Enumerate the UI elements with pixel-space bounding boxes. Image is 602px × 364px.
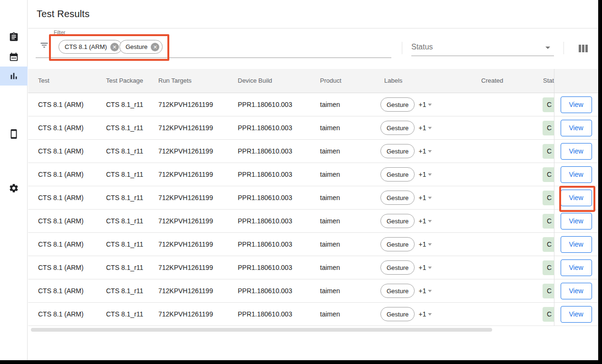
- cell-labels: Gesture +1: [380, 303, 432, 326]
- view-button[interactable]: View: [561, 306, 592, 323]
- table-row: CTS 8.1 (ARM) CTS 8.1_r11 712KPVH1261199…: [28, 256, 598, 279]
- close-icon[interactable]: ✕: [151, 43, 159, 51]
- caret-down-icon: [428, 173, 432, 176]
- sidebar-item-devices[interactable]: [0, 125, 28, 144]
- labels-more-count: +1: [418, 310, 426, 318]
- caret-down-icon: [428, 127, 432, 129]
- view-button[interactable]: View: [561, 120, 592, 136]
- cell-test: CTS 8.1 (ARM): [38, 210, 84, 232]
- labels-more-dropdown[interactable]: +1: [418, 264, 432, 271]
- labels-more-dropdown[interactable]: +1: [418, 101, 432, 108]
- cell-product: taimen: [320, 279, 340, 302]
- cell-device-build: PPR1.180610.003: [238, 163, 292, 186]
- column-header-test: Test: [38, 69, 49, 93]
- view-button[interactable]: View: [561, 259, 592, 276]
- labels-more-dropdown[interactable]: +1: [418, 287, 432, 295]
- columns-icon: [582, 45, 584, 52]
- cell-labels: Gesture +1: [380, 93, 432, 116]
- view-button[interactable]: View: [561, 190, 592, 206]
- view-button[interactable]: View: [561, 213, 592, 230]
- label-chip[interactable]: Gesture: [380, 97, 415, 112]
- view-button[interactable]: View: [561, 236, 592, 253]
- cell-test-package: CTS 8.1_r11: [106, 303, 143, 326]
- column-header-created: Created: [481, 69, 503, 93]
- filter-field-underline: [36, 57, 391, 58]
- cell-product: taimen: [320, 256, 340, 279]
- bar-chart-icon: [9, 71, 19, 81]
- label-chip[interactable]: Gesture: [380, 260, 415, 275]
- view-button[interactable]: View: [561, 166, 592, 183]
- cell-test: CTS 8.1 (ARM): [38, 233, 84, 256]
- smartphone-icon: [9, 129, 19, 139]
- filter-icon[interactable]: [39, 40, 49, 52]
- cell-test-package: CTS 8.1_r11: [106, 140, 143, 163]
- label-chip[interactable]: Gesture: [380, 167, 415, 182]
- calendar-icon: [9, 52, 19, 62]
- label-chip[interactable]: Gesture: [380, 237, 415, 251]
- filter-chip-cts[interactable]: CTS 8.1 (ARM) ✕: [58, 40, 122, 54]
- column-header-device-build: Device Build: [238, 69, 272, 93]
- labels-more-dropdown[interactable]: +1: [418, 240, 432, 248]
- labels-more-dropdown[interactable]: +1: [418, 310, 432, 318]
- cell-test-package: CTS 8.1_r11: [106, 279, 143, 302]
- page-title: Test Results: [37, 0, 89, 28]
- cell-run-targets: 712KPVH1261199: [158, 93, 213, 116]
- table-row: CTS 8.1 (ARM) CTS 8.1_r11 712KPVH1261199…: [28, 233, 598, 256]
- status-badge: C: [543, 121, 554, 135]
- view-button[interactable]: View: [561, 96, 592, 113]
- column-header-run-targets: Run Targets: [158, 69, 192, 93]
- cell-labels: Gesture +1: [380, 210, 432, 232]
- cell-test-package: CTS 8.1_r11: [106, 163, 143, 186]
- close-icon[interactable]: ✕: [110, 43, 119, 51]
- sidebar-item-test-results[interactable]: [0, 67, 28, 86]
- cell-product: taimen: [320, 186, 340, 209]
- sidebar-item-test-plans[interactable]: [0, 28, 28, 47]
- view-button[interactable]: View: [561, 283, 592, 299]
- status-select[interactable]: Status: [411, 39, 554, 56]
- table-row: CTS 8.1 (ARM) CTS 8.1_r11 712KPVH1261199…: [28, 140, 598, 163]
- labels-more-dropdown[interactable]: +1: [418, 147, 432, 155]
- columns-icon: [579, 45, 581, 52]
- caret-down-icon: [428, 150, 432, 153]
- toolbar: Test Results: [28, 0, 598, 29]
- label-chip[interactable]: Gesture: [380, 191, 415, 205]
- labels-more-dropdown[interactable]: +1: [418, 171, 432, 178]
- view-button[interactable]: View: [561, 143, 592, 160]
- status-badge: C: [543, 191, 554, 205]
- cell-test: CTS 8.1 (ARM): [38, 303, 84, 326]
- gear-icon: [9, 183, 19, 193]
- cell-product: taimen: [320, 163, 340, 186]
- cell-device-build: PPR1.180610.003: [238, 256, 292, 279]
- cell-test: CTS 8.1 (ARM): [38, 163, 84, 186]
- label-chip[interactable]: Gesture: [380, 307, 415, 321]
- caret-down-icon: [428, 243, 432, 246]
- label-chip[interactable]: Gesture: [380, 121, 415, 135]
- labels-more-count: +1: [418, 147, 426, 155]
- labels-more-dropdown[interactable]: +1: [418, 217, 432, 225]
- filter-chip-gesture[interactable]: Gesture ✕: [119, 40, 163, 54]
- column-header-test-package: Test Package: [106, 69, 143, 93]
- cell-action: View: [554, 303, 598, 326]
- sidebar-item-settings[interactable]: [0, 179, 28, 198]
- cell-device-build: PPR1.180610.003: [238, 233, 292, 256]
- label-chip[interactable]: Gesture: [380, 214, 415, 228]
- status-badge: C: [543, 144, 554, 159]
- table-row: CTS 8.1 (ARM) CTS 8.1_r11 712KPVH1261199…: [28, 93, 598, 116]
- fixed-column-divider: [554, 69, 554, 326]
- label-chip[interactable]: Gesture: [380, 284, 415, 298]
- cell-labels: Gesture +1: [380, 163, 432, 186]
- table-header: Test Test Package Run Targets Device Bui…: [28, 69, 598, 93]
- paginator: Items per page: 10: [0, 333, 598, 360]
- cell-labels: Gesture +1: [380, 279, 432, 302]
- sidebar-item-schedule[interactable]: [0, 48, 28, 67]
- view-columns-button[interactable]: [579, 45, 588, 53]
- labels-more-dropdown[interactable]: +1: [418, 124, 432, 132]
- cell-action: View: [554, 93, 598, 116]
- cell-action: View: [554, 210, 598, 232]
- labels-more-dropdown[interactable]: +1: [418, 194, 432, 201]
- caret-down-icon: [545, 47, 550, 49]
- label-chip[interactable]: Gesture: [380, 144, 415, 158]
- table-row: CTS 8.1 (ARM) CTS 8.1_r11 712KPVH1261199…: [28, 163, 598, 186]
- labels-more-count: +1: [418, 287, 426, 295]
- horizontal-scrollbar[interactable]: [31, 328, 492, 332]
